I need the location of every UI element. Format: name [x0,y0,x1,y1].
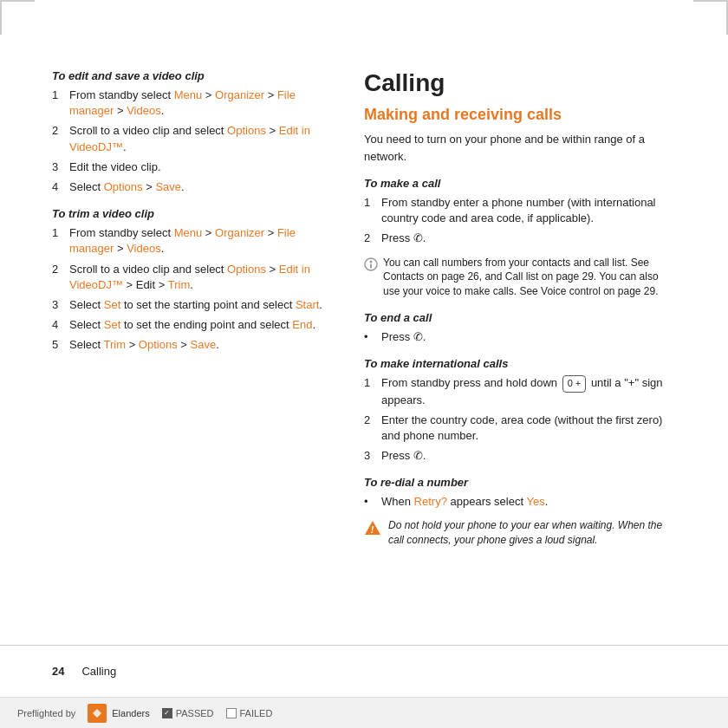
svg-text:!: ! [371,524,374,535]
options3-link: Options [227,263,266,276]
zero-plus-key: 0 + [562,375,587,392]
options-link: Options [227,124,266,137]
section-trim-title: To trim a video clip [52,207,338,220]
list-item: When Retry? appears select Yes. [364,494,676,510]
save2-link: Save [191,338,217,351]
corner-mark-top-left [0,0,35,35]
list-item: From standby enter a phone number (with … [364,195,676,226]
list-item: From standby press and hold down 0 + unt… [364,375,676,408]
set-link: Set [104,298,121,311]
svg-rect-2 [370,263,372,268]
menu-link: Menu [174,88,203,101]
list-item: Enter the country code, area code (witho… [364,413,676,444]
videos-link: Videos [127,104,161,117]
start-link: Start [296,298,319,311]
options4-link: Options [139,338,178,351]
end-call-icon: ✆ [413,329,423,345]
status-failed: FAILED [226,708,273,718]
intro-text: You need to turn on your phone and be wi… [364,131,676,165]
list-item: Scroll to a video clip and select Option… [52,262,338,293]
list-item: Press ✆. [364,448,676,464]
footer: 24 Calling [0,645,728,697]
organizer-link: Organizer [215,88,264,101]
yes-link: Yes [526,495,544,508]
brand-name: Elanders [112,708,149,718]
options2-link: Options [104,180,143,193]
list-item: From standby select Menu > Organizer > F… [52,225,338,257]
list-item: Edit the video clip. [52,159,338,175]
preflight-bar: Preflighted by Elanders ✓ PASSED FAILED [0,697,728,728]
edit-save-steps: From standby select Menu > Organizer > F… [52,88,338,195]
elanders-logo [88,704,107,723]
end-call-list: Press ✆. [364,329,676,345]
left-column: To edit and save a video clip From stand… [52,69,338,627]
list-item: From standby select Menu > Organizer > F… [52,88,338,119]
trim-link: Trim [168,278,191,291]
trim2-link: Trim [104,338,127,351]
chapter-title: Calling [364,69,676,97]
editvideodj-link: Edit in VideoDJ™ [69,124,310,153]
menu2-link: Menu [174,226,203,239]
end-call-title: To end a call [364,311,676,324]
failed-label: FAILED [240,708,273,718]
organizer2-link: Organizer [215,226,264,239]
main-content: To edit and save a video clip From stand… [0,52,728,645]
end-link: End [292,318,312,331]
status-passed: ✓ PASSED [162,708,214,718]
warning-text: Do not hold your phone to your ear when … [388,518,676,548]
corner-mark-top-right [693,0,728,35]
intl-call-title: To make international calls [364,357,676,370]
list-item: Select Set to set the starting point and… [52,297,338,313]
passed-label: PASSED [176,708,214,718]
top-margin [0,0,728,52]
trim-steps: From standby select Menu > Organizer > F… [52,225,338,353]
list-item: Select Options > Save. [52,179,338,195]
call-icon: ✆ [413,231,423,246]
tip-icon [364,257,378,271]
failed-checkbox [226,708,237,718]
list-item: Select Set to set the ending point and s… [52,317,338,333]
tip-text: You can call numbers from your contacts … [383,256,676,299]
warning-note: ! Do not hold your phone to your ear whe… [364,518,676,548]
tip-note: You can call numbers from your contacts … [364,256,676,299]
make-call-title: To make a call [364,177,676,190]
preflight-label: Preflighted by [17,708,75,718]
redial-list: When Retry? appears select Yes. [364,494,676,510]
videos2-link: Videos [127,242,161,255]
warning-icon: ! [364,520,381,536]
list-item: Scroll to a video clip and select Option… [52,123,338,154]
footer-label: Calling [81,665,116,678]
intl-call-steps: From standby press and hold down 0 + unt… [364,375,676,464]
set2-link: Set [104,318,121,331]
elanders-brand: Elanders [88,704,149,723]
retry-link: Retry? [414,495,447,508]
list-item: Select Trim > Options > Save. [52,337,338,353]
passed-checkbox: ✓ [162,708,172,718]
editvideodj2-link: Edit in VideoDJ™ [69,263,310,291]
svg-point-1 [370,260,373,263]
list-item: Press ✆. [364,231,676,246]
save-link: Save [155,180,181,193]
sub-heading: Making and receiving calls [364,106,676,124]
page-number: 24 [52,665,64,678]
make-call-steps: From standby enter a phone number (with … [364,195,676,247]
call-icon-3: ✆ [413,448,423,464]
section-edit-save-title: To edit and save a video clip [52,69,338,82]
right-column: Calling Making and receiving calls You n… [364,69,676,627]
list-item: Press ✆. [364,329,676,345]
redial-title: To re-dial a number [364,476,676,489]
